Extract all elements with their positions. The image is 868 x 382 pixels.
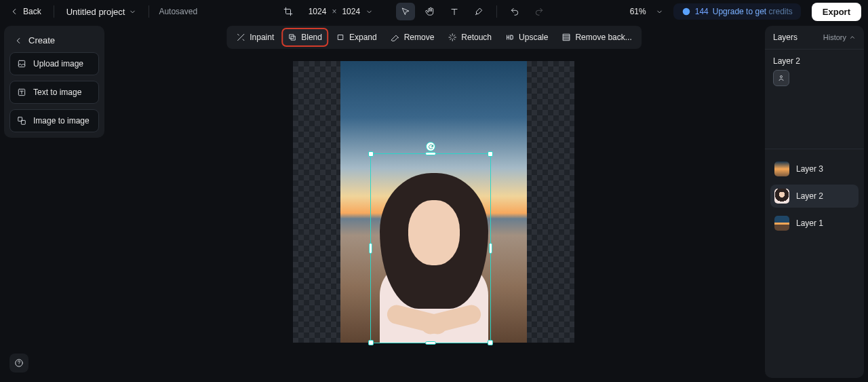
autosaved-status: Autosaved xyxy=(156,7,197,16)
chevron-up-icon xyxy=(849,34,856,41)
project-name-dropdown[interactable]: Untitled project xyxy=(61,3,142,21)
credits-pill[interactable]: 144 Upgrade to get credits xyxy=(673,3,801,20)
export-button[interactable]: Export xyxy=(812,3,861,21)
layer-list: Layer 3 Layer 2 Layer 1 xyxy=(765,152,864,240)
image-to-image-button[interactable]: Image to image xyxy=(9,109,99,132)
create-panel: Create Upload image Text to image Image … xyxy=(4,26,104,138)
blend-button[interactable]: Blend xyxy=(282,28,328,46)
cursor-icon xyxy=(401,7,410,16)
eraser-icon xyxy=(391,33,400,42)
svg-rect-6 xyxy=(292,36,296,40)
text-to-image-button[interactable]: Text to image xyxy=(9,81,99,104)
credit-icon xyxy=(682,7,691,16)
redo-icon xyxy=(534,7,544,16)
help-button[interactable] xyxy=(9,354,28,373)
remove-background-button[interactable]: Remove back... xyxy=(556,28,637,46)
create-panel-header: Create xyxy=(9,31,99,52)
create-panel-title: Create xyxy=(28,35,55,45)
top-bar: Back Untitled project Autosaved 1024 × 1… xyxy=(0,0,868,23)
layer-thumb xyxy=(774,189,789,204)
chevron-down-icon xyxy=(129,8,136,16)
svg-rect-7 xyxy=(338,35,342,40)
selection-box[interactable] xyxy=(370,153,491,343)
text-image-icon xyxy=(17,88,26,97)
chevron-down-icon xyxy=(366,8,373,16)
redo-button[interactable] xyxy=(530,3,549,20)
undo-button[interactable] xyxy=(505,3,524,20)
current-layer-thumb[interactable] xyxy=(773,70,789,86)
svg-rect-5 xyxy=(290,35,294,39)
crop-button[interactable] xyxy=(279,3,298,20)
history-toggle[interactable]: History xyxy=(823,33,856,41)
svg-point-0 xyxy=(682,8,690,16)
upload-image-label: Upload image xyxy=(33,59,83,69)
layer-thumb xyxy=(774,216,789,231)
dim-width: 1024 xyxy=(309,7,327,16)
blend-icon xyxy=(288,33,297,42)
layer-label: Layer 2 xyxy=(796,191,823,201)
hand-icon xyxy=(425,7,435,16)
resize-handle-br[interactable] xyxy=(488,340,493,345)
rotate-handle[interactable] xyxy=(426,142,435,151)
separator xyxy=(54,5,54,18)
divider xyxy=(765,149,864,149)
expand-icon xyxy=(336,33,345,42)
chevron-down-icon xyxy=(656,8,663,16)
canvas-dimensions-dropdown[interactable]: 1024 × 1024 xyxy=(303,4,378,19)
resize-handle-r[interactable] xyxy=(489,243,492,254)
wand-icon xyxy=(236,33,245,42)
zoom-level: 61% xyxy=(630,7,646,16)
hd-icon xyxy=(505,33,515,42)
arrow-left-icon[interactable] xyxy=(14,36,23,45)
zoom-dropdown[interactable] xyxy=(650,3,669,20)
dim-height: 1024 xyxy=(342,7,360,16)
dim-sep: × xyxy=(332,7,336,16)
brush-tool-button[interactable] xyxy=(469,3,488,20)
back-label: Back xyxy=(23,7,41,16)
layer-item-1[interactable]: Layer 1 xyxy=(770,212,859,235)
text-to-image-label: Text to image xyxy=(33,88,81,97)
layer-label: Layer 3 xyxy=(796,164,823,174)
separator xyxy=(496,5,497,18)
image-to-image-label: Image to image xyxy=(33,116,90,126)
resize-handle-b[interactable] xyxy=(425,341,436,345)
chevron-left-icon xyxy=(9,7,19,16)
edit-toolbar: Inpaint Blend Expand Remove Retouch Upsc… xyxy=(226,26,642,49)
current-layer-label: Layer 2 xyxy=(765,50,864,70)
retouch-button[interactable]: Retouch xyxy=(442,28,497,46)
svg-rect-1 xyxy=(18,60,24,66)
resize-handle-l[interactable] xyxy=(369,243,372,254)
remove-button[interactable]: Remove xyxy=(385,28,440,46)
separator xyxy=(149,5,149,18)
hand-tool-button[interactable] xyxy=(420,3,439,20)
undo-icon xyxy=(510,7,519,16)
resize-handle-tr[interactable] xyxy=(488,151,493,157)
text-tool-button[interactable] xyxy=(445,3,464,20)
person-icon xyxy=(777,74,785,82)
layers-title: Layers xyxy=(773,33,797,42)
help-icon xyxy=(14,358,24,368)
credit-count: 144 xyxy=(695,7,709,16)
expand-button[interactable]: Expand xyxy=(330,28,382,46)
background-icon xyxy=(561,33,571,42)
resize-handle-bl[interactable] xyxy=(368,340,374,345)
layer-label: Layer 1 xyxy=(796,218,823,228)
resize-handle-t[interactable] xyxy=(425,152,436,155)
image-to-image-icon xyxy=(17,116,26,126)
svg-point-11 xyxy=(19,365,20,366)
select-tool-button[interactable] xyxy=(396,3,415,20)
rotate-icon xyxy=(428,144,434,150)
back-button[interactable]: Back xyxy=(4,3,47,20)
crop-icon xyxy=(283,7,293,16)
layer-item-3[interactable]: Layer 3 xyxy=(770,157,859,180)
resize-handle-tl[interactable] xyxy=(368,151,374,157)
sparkle-icon xyxy=(448,33,457,42)
layers-panel: Layers History Layer 2 Layer 3 Layer 2 L… xyxy=(765,26,864,378)
brush-icon xyxy=(474,7,484,16)
inpaint-button[interactable]: Inpaint xyxy=(231,28,279,46)
upgrade-link[interactable]: Upgrade to get credits xyxy=(713,7,793,16)
upload-image-button[interactable]: Upload image xyxy=(9,52,99,75)
layer-thumb xyxy=(774,161,789,176)
upscale-button[interactable]: Upscale xyxy=(500,28,553,46)
layer-item-2[interactable]: Layer 2 xyxy=(770,185,859,208)
